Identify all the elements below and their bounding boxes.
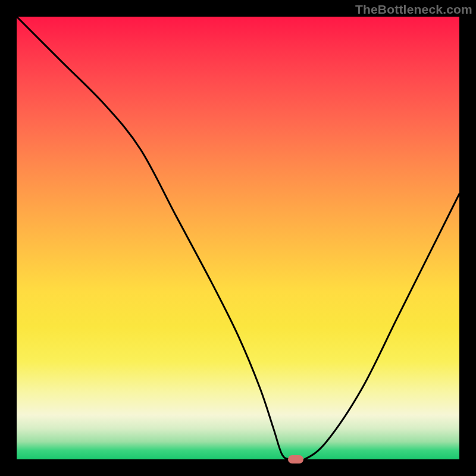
curve-svg	[17, 17, 459, 459]
plot-area	[17, 17, 459, 459]
optimal-marker	[288, 455, 303, 464]
chart-frame: TheBottleneck.com	[0, 0, 476, 476]
attribution-text: TheBottleneck.com	[355, 2, 472, 17]
bottleneck-curve-path	[17, 17, 459, 459]
